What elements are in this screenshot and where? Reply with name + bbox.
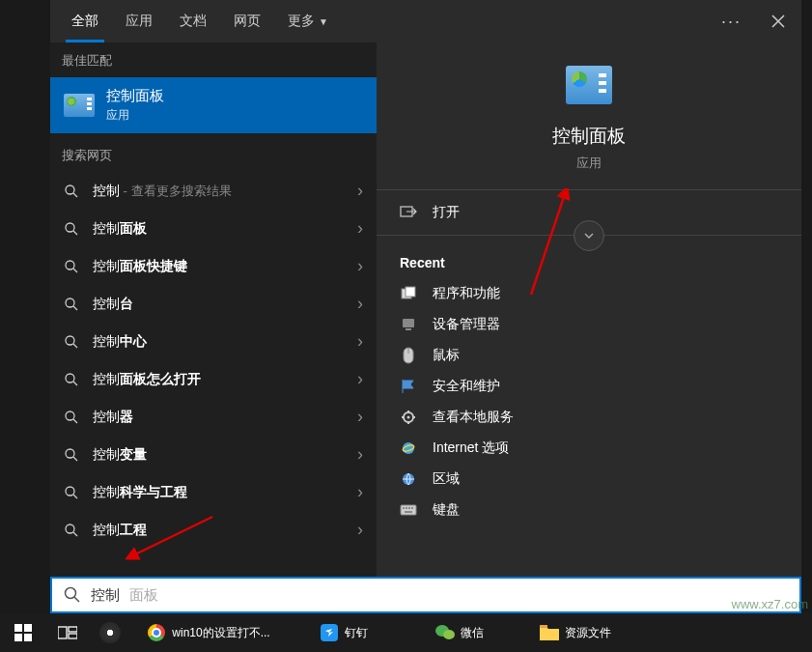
- svg-line-19: [73, 532, 77, 536]
- svg-rect-35: [408, 507, 410, 509]
- expand-button[interactable]: [574, 220, 604, 251]
- tab-docs[interactable]: 文档: [166, 0, 220, 43]
- svg-line-7: [73, 306, 77, 310]
- search-icon: [64, 447, 79, 463]
- recent-label: 键盘: [433, 501, 460, 519]
- chevron-right-icon: ›: [357, 218, 363, 239]
- svg-point-10: [66, 374, 74, 383]
- chevron-right-icon: ›: [357, 407, 363, 427]
- results-pane: 最佳匹配 控制面板 应用 搜索网页 控制 - 查看更多搜索结果›控制面板›控制面…: [50, 43, 377, 613]
- svg-rect-22: [406, 287, 415, 297]
- tab-more[interactable]: 更多 ▼: [274, 0, 342, 43]
- chevron-right-icon: ›: [357, 520, 363, 540]
- recent-list: 程序和功能设备管理器鼠标安全和维护查看本地服务Internet 选项区域键盘: [377, 278, 801, 525]
- result-item-7[interactable]: 控制变量›: [50, 436, 377, 473]
- taskbar-wechat-label: 微信: [461, 625, 484, 641]
- svg-point-28: [407, 416, 410, 419]
- svg-rect-43: [24, 624, 32, 632]
- svg-rect-36: [411, 507, 413, 509]
- svg-rect-32: [401, 505, 416, 515]
- svg-line-11: [73, 382, 77, 385]
- mouse-icon: [400, 347, 417, 364]
- svg-point-18: [66, 524, 74, 533]
- result-item-8[interactable]: 控制科学与工程›: [50, 473, 377, 511]
- svg-rect-23: [403, 319, 414, 327]
- recent-label: 查看本地服务: [433, 409, 514, 426]
- result-text: 控制面板: [93, 220, 350, 238]
- svg-point-12: [66, 411, 74, 420]
- tab-web[interactable]: 网页: [220, 0, 274, 43]
- result-text: 控制 - 查看更多搜索结果: [93, 183, 350, 200]
- search-icon: [64, 485, 79, 500]
- search-icon: [64, 586, 81, 604]
- recent-item-1[interactable]: 设备管理器: [377, 309, 801, 340]
- tab-apps[interactable]: 应用: [112, 0, 166, 43]
- open-label: 打开: [433, 204, 460, 221]
- preview-subtitle: 应用: [576, 155, 602, 172]
- recent-item-5[interactable]: Internet 选项: [377, 433, 801, 464]
- best-match-item[interactable]: 控制面板 应用: [50, 77, 377, 133]
- recent-item-0[interactable]: 程序和功能: [377, 278, 801, 309]
- taskbar: win10的设置打不... 钉钉 微信 资源文件: [0, 613, 812, 652]
- chrome-icon: [147, 623, 166, 642]
- results-list: 控制 - 查看更多搜索结果›控制面板›控制面板快捷键›控制台›控制中心›控制面板…: [50, 172, 377, 549]
- svg-line-9: [73, 344, 77, 348]
- result-item-5[interactable]: 控制面板怎么打开›: [50, 360, 377, 398]
- taskbar-wechat[interactable]: 微信: [402, 613, 518, 652]
- result-item-1[interactable]: 控制面板›: [50, 210, 377, 247]
- svg-rect-51: [540, 625, 547, 628]
- recent-label: 安全和维护: [433, 378, 500, 395]
- recent-item-4[interactable]: 查看本地服务: [377, 402, 801, 433]
- taskbar-dingtalk[interactable]: 钉钉: [286, 613, 402, 652]
- recent-item-7[interactable]: 键盘: [377, 495, 801, 525]
- flag-icon: [400, 378, 417, 395]
- tabs-right-controls: ···: [715, 6, 794, 38]
- result-item-4[interactable]: 控制中心›: [50, 323, 377, 360]
- control-panel-icon: [64, 94, 95, 117]
- recent-item-3[interactable]: 安全和维护: [377, 371, 801, 402]
- chevron-right-icon: ›: [357, 181, 363, 201]
- taskbar-folder-label: 资源文件: [565, 625, 611, 641]
- recent-label: 程序和功能: [433, 285, 500, 302]
- result-item-3[interactable]: 控制台›: [50, 285, 377, 323]
- result-item-0[interactable]: 控制 - 查看更多搜索结果›: [50, 172, 377, 210]
- recent-item-2[interactable]: 鼠标: [377, 340, 801, 371]
- best-match-text: 控制面板 应用: [106, 87, 164, 124]
- taskbar-chrome[interactable]: win10的设置打不...: [131, 613, 286, 652]
- tools-icon: [400, 409, 417, 426]
- taskbar-browser[interactable]: [89, 613, 131, 652]
- globe-icon: [400, 470, 417, 488]
- recent-item-6[interactable]: 区域: [377, 464, 801, 495]
- more-options-button[interactable]: ···: [715, 6, 747, 38]
- result-text: 控制科学与工程: [93, 484, 350, 501]
- result-item-9[interactable]: 控制工程›: [50, 511, 377, 549]
- svg-line-1: [73, 193, 77, 197]
- chevron-right-icon: ›: [357, 482, 363, 502]
- search-icon: [64, 523, 79, 538]
- device-icon: [400, 316, 417, 333]
- start-button[interactable]: [0, 613, 46, 652]
- taskview-icon: [58, 625, 77, 640]
- search-input[interactable]: [91, 587, 788, 604]
- chevron-right-icon: ›: [357, 331, 363, 352]
- recent-label: 设备管理器: [433, 316, 500, 333]
- svg-line-15: [73, 457, 77, 461]
- search-tabs: 全部 应用 文档 网页 更多 ▼ ···: [50, 0, 801, 43]
- svg-rect-47: [69, 627, 77, 632]
- tab-all[interactable]: 全部: [58, 0, 112, 43]
- keyboard-icon: [400, 501, 417, 519]
- svg-point-16: [66, 487, 74, 496]
- result-item-6[interactable]: 控制器›: [50, 398, 377, 436]
- chevron-down-icon: ▼: [319, 16, 328, 27]
- taskview-button[interactable]: [46, 613, 89, 652]
- folder-icon: [540, 623, 559, 642]
- result-item-2[interactable]: 控制面板快捷键›: [50, 247, 377, 285]
- close-button[interactable]: [763, 6, 794, 37]
- result-text: 控制面板怎么打开: [93, 371, 350, 388]
- preview-pane: 控制面板 应用 打开 Recent 程序和功能设备管理器鼠标安全和维护查看本地服…: [377, 43, 801, 613]
- best-match-subtitle: 应用: [106, 107, 164, 124]
- chevron-down-icon: [582, 229, 596, 242]
- taskbar-folder[interactable]: 资源文件: [518, 613, 633, 652]
- search-box[interactable]: 面板: [50, 577, 801, 613]
- windows-icon: [14, 624, 32, 641]
